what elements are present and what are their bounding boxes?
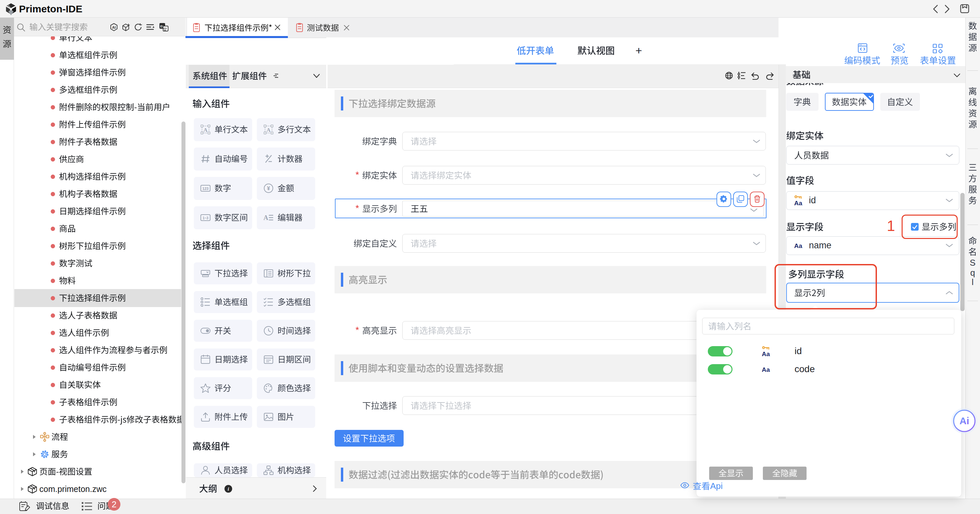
svg-text:Aa: Aa	[794, 242, 803, 249]
svg-text:Aa: Aa	[762, 366, 770, 373]
svg-text:AI: AI	[112, 26, 116, 29]
svg-text:A: A	[264, 214, 269, 221]
svg-text:Aa: Aa	[762, 350, 770, 358]
svg-text:¥: ¥	[267, 185, 270, 191]
svg-text:Aa: Aa	[794, 200, 803, 207]
svg-text:A: A	[267, 127, 271, 133]
svg-text:A: A	[204, 127, 208, 133]
svg-text:123: 123	[202, 187, 208, 191]
svg-text:Ai: Ai	[960, 415, 969, 426]
svg-text:1~3: 1~3	[203, 216, 208, 220]
